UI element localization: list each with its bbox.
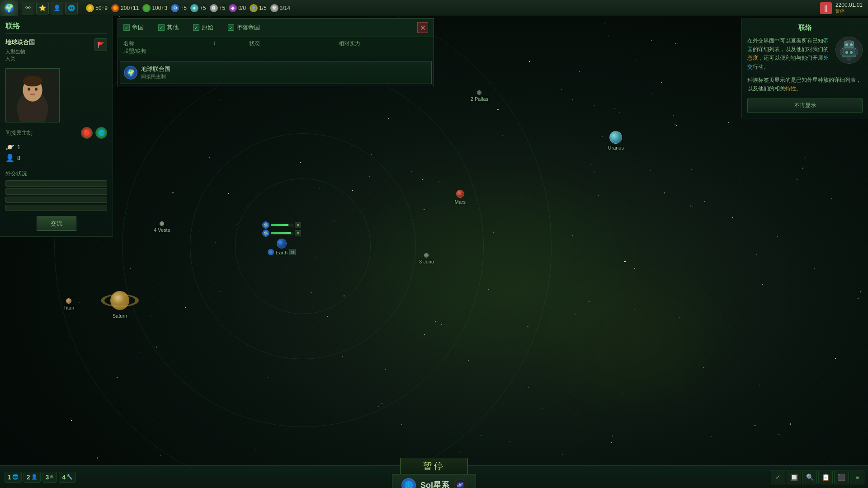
br-icon-5[interactable]: ⬛ [834, 470, 849, 484]
empire-flag-button[interactable]: 🚩 [94, 38, 107, 51]
earth-system[interactable]: 🛸 ✕ 🛸 ✕ Earth 👥 [262, 221, 301, 255]
system-display[interactable]: 🌐 Sol星系 🌌 [392, 474, 476, 488]
unit-bars: 🛸 ✕ 🛸 ✕ [262, 221, 301, 237]
diplo-bar-2 [5, 188, 107, 195]
br-icon-2[interactable]: 🔲 [787, 470, 801, 484]
top-bar: 🌍 👁 ⭐ 👤 🌐 ⚡ 50+9 🔶 200+11 🌿 100+3 ⚙ +5 ●… [0, 0, 868, 16]
juno-body [424, 253, 429, 258]
br-icon-1[interactable]: ✓ [771, 470, 785, 484]
planet-stat-row: 🪐 1 [5, 142, 107, 151]
group-1-icon: 🌐 [12, 474, 19, 480]
titan-label: Titan [63, 305, 74, 310]
pallas-asteroid[interactable]: 2 Pallas [471, 90, 488, 102]
br-icon-3[interactable]: 🔍 [802, 470, 817, 484]
influence-value: 0/0 [238, 5, 246, 11]
earth-action-icon: 👥 [289, 249, 296, 255]
filter-fallen-check[interactable]: ✓ [228, 24, 234, 31]
filter-other[interactable]: ✓ 其他 [158, 23, 179, 32]
nav-btn-4[interactable]: 🌐 [65, 2, 78, 14]
extra-value: 3/14 [280, 5, 290, 11]
res-influence: ◆ 0/0 [229, 4, 246, 12]
diplo-status-title: 外交状况 [5, 166, 107, 178]
saturn-planet[interactable]: Saturn [99, 289, 140, 319]
svg-point-6 [35, 88, 38, 91]
table-row[interactable]: 🌍 地球联合国 间接民主制 - [120, 61, 432, 84]
bottom-group-1[interactable]: 1 🌐 [5, 472, 22, 483]
diplo-empire-gov: 间接民主制 [141, 73, 170, 80]
filter-primitive-check[interactable]: ✓ [193, 24, 199, 31]
consumer-icon: ● [190, 4, 198, 12]
unity-value: 1/5 [259, 5, 267, 11]
system-name: Sol星系 [420, 480, 449, 488]
col-sort[interactable]: ↕ [213, 40, 249, 47]
empire-flag-1: 🔴 [81, 127, 93, 139]
uranus-planet[interactable]: Uranus [608, 131, 624, 150]
exchange-button[interactable]: 交流 [37, 216, 76, 231]
filter-primitive[interactable]: ✓ 原始 [193, 23, 213, 32]
unit-action-1: ✕ [295, 222, 301, 228]
unity-icon: 🌀 [250, 4, 258, 12]
empire-icon[interactable]: 🌍 [0, 0, 18, 16]
bottom-group-3[interactable]: 3 ❄ [42, 472, 57, 483]
svg-rect-9 [847, 40, 851, 42]
empire-portrait[interactable] [5, 68, 60, 122]
modal-close-button[interactable]: ✕ [417, 22, 428, 33]
br-icon-6[interactable]: ≡ [850, 470, 864, 484]
filter-empire-check[interactable]: ✓ [123, 24, 130, 31]
engineering-value: +5 [180, 5, 187, 11]
filter-fallen-label: 堕落帝国 [236, 23, 260, 32]
vesta-body [160, 221, 164, 226]
vesta-asteroid[interactable]: 4 Vesta [154, 221, 170, 233]
top-bar-nav: 👁 ⭐ 👤 🌐 [18, 2, 81, 14]
earth-planet-body[interactable] [277, 239, 287, 249]
system-icon: 🌐 [401, 478, 416, 488]
empire-info: 地球联合国 人型生物 人类 🚩 [5, 38, 107, 65]
food-icon: 🌿 [142, 4, 151, 12]
bottom-group-4[interactable]: 4 🔧 [59, 472, 76, 483]
nav-btn-1[interactable]: 👁 [22, 2, 34, 14]
svg-point-7 [30, 94, 35, 95]
nav-btn-2[interactable]: ⭐ [36, 2, 49, 14]
juno-asteroid[interactable]: 3 Juno [419, 253, 434, 264]
left-panel-title: 联络 [5, 22, 107, 34]
unit-bar-row1: 🛸 ✕ [262, 221, 301, 229]
empire-flag-2: 🌐 [95, 127, 107, 139]
avatar-svg [838, 39, 860, 61]
saturn-ring-visual [99, 289, 140, 312]
titan-moon[interactable]: Titan [63, 298, 74, 310]
date-display: 2200.01.01 [835, 2, 863, 8]
right-panel: 联络 在外交界面中可以查看所有已知帝国的详细列表，以及他们对我们的态度，还可以便… [741, 18, 868, 118]
no-show-button[interactable]: 不再显示 [747, 99, 863, 113]
pause-button[interactable]: || [820, 2, 832, 14]
filter-empire[interactable]: ✓ 帝国 [123, 23, 144, 32]
juno-label: 3 Juno [419, 259, 434, 264]
svg-point-16 [845, 51, 848, 54]
vesta-label: 4 Vesta [154, 227, 170, 233]
group-4-icon: 🔧 [66, 474, 73, 480]
unit-health-fill-1 [271, 224, 288, 226]
diplo-bar-1 [5, 180, 107, 187]
pause-banner: 暂停 [400, 458, 468, 474]
res-food: 🌿 100+3 [142, 4, 167, 12]
earth-label-row: Earth 👥 [268, 249, 296, 255]
uranus-label: Uranus [608, 145, 624, 150]
nav-btn-3[interactable]: 👤 [51, 2, 63, 14]
alloys-icon: ⚙ [210, 4, 218, 12]
pallas-label: 2 Pallas [471, 96, 488, 102]
diplo-bar-3 [5, 197, 107, 203]
filter-fallen[interactable]: ✓ 堕落帝国 [228, 23, 260, 32]
unit-action-2: ✕ [295, 230, 301, 236]
highlight-empire: 帝国 [747, 38, 829, 52]
filter-other-check[interactable]: ✓ [158, 24, 165, 31]
br-icon-4[interactable]: 📋 [818, 470, 833, 484]
top-bar-right: || 2200.01.01 暂停 [820, 2, 868, 14]
bottom-group-2[interactable]: 2 👤 [24, 472, 41, 483]
res-consumer: ● +5 [190, 4, 206, 12]
diplomacy-modal: ✓ 帝国 ✓ 其他 ✓ 原始 ✓ 堕落帝国 ✕ 名称 ↕ 状态 相对实力 联盟/… [118, 18, 434, 87]
mars-planet[interactable]: Mars [455, 190, 466, 205]
planet-stat-value: 1 [17, 144, 20, 150]
food-value: 100+3 [152, 5, 167, 11]
paused-label: 暂停 [835, 8, 863, 14]
group-3-icon: ❄ [50, 474, 54, 480]
svg-point-5 [28, 88, 30, 91]
